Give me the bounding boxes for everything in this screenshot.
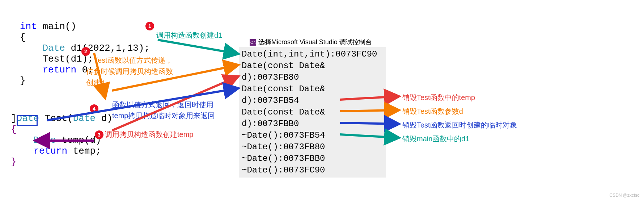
- note-test-pass-3: 创建d: [86, 78, 105, 88]
- cursor-box: [17, 115, 38, 126]
- note-copy-temp: 调用拷贝构造函数创建temp: [105, 130, 193, 139]
- badge-2-text: 2: [84, 49, 87, 54]
- console-line: Date(const Date& d):0073FB80: [242, 60, 383, 83]
- console-line: Date(int,int,int):0073FC90: [242, 49, 383, 60]
- note-test-pass-2: 传参时候调用拷贝构造函数: [86, 67, 173, 76]
- badge-4: 4: [90, 104, 98, 113]
- console-line: Date(const Date& d):0073FB54: [242, 83, 383, 107]
- badge-3-text: 3: [98, 132, 101, 138]
- rnote-destroy-d1: 销毁main函数中的d1: [402, 134, 470, 144]
- console-line: ~Date():0073FBB0: [242, 153, 383, 164]
- badge-1-text: 1: [148, 23, 151, 29]
- note-return-1: 函数以值方式返回，返回时使用: [112, 100, 213, 110]
- console-title: C:\选择Microsoft Visual Studio 调试控制台: [250, 38, 372, 46]
- code-test: ]Date Test(Date d) { Date temp(d) return…: [11, 102, 113, 178]
- badge-1: 1: [145, 22, 154, 30]
- badge-3: 3: [95, 130, 103, 139]
- diagram-root: int main() { Date d1(2022,1,13); Test(d1…: [0, 0, 644, 200]
- console-line: Date(const Date& d):0073FBB0: [242, 107, 383, 130]
- console-line: ~Date():0073FC90: [242, 164, 383, 176]
- console-output: Date(int,int,int):0073FC90 Date(const Da…: [239, 47, 386, 178]
- rnote-destroy-d: 销毁Test函数参数d: [402, 107, 463, 116]
- rnote-destroy-temp: 销毁Test函数中的temp: [402, 93, 475, 103]
- badge-2: 2: [81, 47, 90, 56]
- arrow-teal-to-line1: [158, 40, 237, 54]
- console-line: ~Date():0073FB80: [242, 141, 383, 153]
- badge-4-text: 4: [93, 106, 96, 112]
- console-title-text: 选择Microsoft Visual Studio 调试控制台: [258, 38, 372, 46]
- rnote-destroy-retobj: 销毁Test函数返回时创建的临时对象: [402, 120, 517, 130]
- watermark: CSDN @zxctscl: [609, 193, 640, 198]
- console-line: ~Date():0073FB54: [242, 130, 383, 141]
- note-construct-d1: 调用构造函数创建d1: [156, 30, 222, 40]
- note-test-pass-1: Test函数以值方式传递，: [94, 55, 173, 65]
- note-return-2: temp拷贝构造临时对象用来返回: [112, 111, 215, 121]
- vs-icon: C:\: [250, 39, 256, 46]
